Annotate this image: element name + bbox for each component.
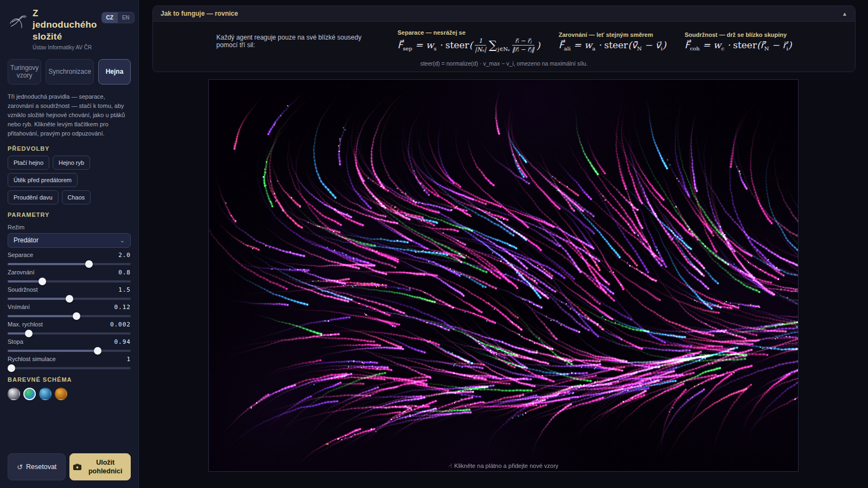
- equations-panel-title: Jak to funguje — rovnice: [161, 10, 238, 17]
- tab-flocking[interactable]: Hejna: [98, 59, 131, 85]
- preset-crowd-flow[interactable]: Proudění davu: [8, 190, 59, 204]
- slider-track[interactable]: [8, 367, 131, 369]
- equation-alignment: Zarovnání — leť stejným směrem F⃗ali = w…: [559, 31, 666, 52]
- slider-track[interactable]: [8, 280, 131, 282]
- action-buttons: ↺ Resetovat Uložit pohlednici: [8, 453, 131, 480]
- color-scheme-group: [8, 388, 131, 400]
- simulation-canvas[interactable]: [209, 80, 798, 471]
- equations-panel-header[interactable]: Jak to funguje — rovnice ▲: [153, 6, 855, 22]
- mode-tabs: Turingovy vzory Synchronizace Hejna: [8, 59, 131, 85]
- app-root: Z jednoduchého složité Ústav Informatiky…: [0, 0, 868, 488]
- slider-separation: Separace2.0: [8, 252, 131, 265]
- collapse-panel-icon[interactable]: ▲: [842, 11, 847, 17]
- slider-thumb[interactable]: [85, 260, 93, 268]
- save-postcard-button[interactable]: Uložit pohlednici: [69, 453, 131, 480]
- slider-label: Rychlost simulace: [8, 356, 56, 362]
- equation-formula: F⃗coh = wc · steer(r̄⃗N − r⃗i): [685, 40, 792, 52]
- swatch-amber[interactable]: [55, 388, 67, 400]
- tab-synchronization[interactable]: Synchronizace: [46, 59, 94, 85]
- slider-label: Stopa: [8, 338, 23, 345]
- slider-alignment: Zarovnání0.8: [8, 269, 131, 282]
- tab-description: Tři jednoduchá pravidla — separace, zaro…: [8, 92, 131, 138]
- slider-value: 1: [126, 356, 131, 363]
- chevron-down-icon: ⌄: [120, 237, 125, 244]
- app-subtitle: Ústav Informatiky AV ČR: [33, 44, 97, 50]
- logo-bird-icon: [8, 11, 28, 33]
- lang-cz-button[interactable]: CZ: [102, 12, 118, 23]
- tab-turing-patterns[interactable]: Turingovy vzory: [8, 59, 41, 85]
- swatch-grayscale[interactable]: [8, 388, 20, 400]
- simulation-canvas-container: ☝Klikněte na plátno a přidejte nové vzor…: [208, 79, 799, 472]
- reset-button[interactable]: ↺ Resetovat: [8, 453, 66, 480]
- brand-header: Z jednoduchého složité Ústav Informatiky…: [8, 8, 131, 50]
- slider-value: 0.002: [110, 321, 131, 328]
- slider-label: Soudržnost: [8, 286, 38, 293]
- canvas-hint: ☝Klikněte na plátno a přidejte nové vzor…: [209, 463, 798, 470]
- steer-definition-note: steer(d) = normalize(d) · v_max − v_i, o…: [153, 57, 855, 72]
- slider-label: Max. rychlost: [8, 321, 43, 328]
- slider-thumb[interactable]: [39, 278, 46, 285]
- slider-track[interactable]: [8, 332, 131, 335]
- mode-select-value: Predátor: [14, 236, 39, 244]
- equation-label: Zarovnání — leť stejným směrem: [559, 31, 666, 38]
- slider-cohesion: Soudržnost1.5: [8, 286, 131, 300]
- mode-select[interactable]: Predátor ⌄: [8, 233, 131, 248]
- app-title: Z jednoduchého složité: [33, 8, 97, 42]
- equations-body: Každý agent reaguje pouze na své blízké …: [153, 22, 855, 57]
- equation-cohesion: Soudržnost — drž se blízko skupiny F⃗coh…: [685, 31, 792, 52]
- language-toggle: CZ EN: [101, 12, 135, 23]
- slider-thumb[interactable]: [8, 364, 15, 372]
- slider-trail: Stopa0.94: [8, 338, 131, 352]
- equations-intro: Každý agent reaguje pouze na své blízké …: [216, 34, 379, 49]
- slider-label: Vnímání: [8, 304, 30, 310]
- slider-value: 2.0: [118, 252, 131, 259]
- slider-max-speed: Max. rychlost0.002: [8, 321, 131, 335]
- slider-value: 1.5: [118, 286, 131, 293]
- preset-bird-flock[interactable]: Ptačí hejno: [8, 156, 49, 170]
- slider-track[interactable]: [8, 263, 131, 265]
- equation-label: Soudržnost — drž se blízko skupiny: [685, 31, 792, 38]
- reset-icon: ↺: [17, 463, 23, 471]
- preset-fish-school[interactable]: Hejno ryb: [53, 156, 90, 170]
- main-area: Jak to funguje — rovnice ▲ Každý agent r…: [139, 0, 868, 488]
- presets-heading: PŘEDVOLBY: [8, 145, 131, 152]
- slider-track[interactable]: [8, 298, 131, 300]
- slider-thumb[interactable]: [66, 295, 73, 303]
- swatch-ocean-blue[interactable]: [39, 388, 52, 400]
- slider-sim-speed: Rychlost simulace1: [8, 356, 131, 369]
- sidebar: Z jednoduchého složité Ústav Informatiky…: [0, 0, 139, 488]
- lang-en-button[interactable]: EN: [118, 12, 134, 23]
- mode-label: Režim: [8, 224, 131, 230]
- equation-separation: Separace — nesrážej se F⃗sep = ws · stee…: [398, 29, 540, 54]
- slider-track[interactable]: [8, 315, 131, 317]
- parameters-heading: PARAMETRY: [8, 211, 131, 218]
- save-label: Uložit pohlednici: [84, 458, 127, 476]
- pointing-hand-icon: ☝: [449, 463, 452, 469]
- slider-track[interactable]: [8, 350, 131, 352]
- slider-label: Separace: [8, 252, 33, 258]
- slider-value: 0.12: [114, 304, 131, 311]
- slider-value: 0.8: [118, 269, 131, 276]
- presets-group: Ptačí hejno Hejno ryb Útěk před predátor…: [8, 156, 131, 204]
- slider-label: Zarovnání: [8, 269, 35, 275]
- reset-label: Resetovat: [26, 463, 56, 471]
- slider-thumb[interactable]: [73, 312, 80, 320]
- equation-formula: F⃗ali = wa · steer(v̄⃗N − v⃗i): [559, 40, 666, 52]
- camera-icon: [73, 464, 81, 470]
- swatch-spectral-green[interactable]: [23, 388, 36, 400]
- equation-formula: F⃗sep = ws · steer( 1|Nₛ| ∑j∈Nₛ r⃗ᵢ − r⃗…: [398, 37, 540, 54]
- equation-label: Separace — nesrážej se: [398, 29, 540, 36]
- color-scheme-heading: BAREVNÉ SCHÉMA: [8, 376, 131, 383]
- slider-value: 0.94: [114, 338, 131, 345]
- slider-thumb[interactable]: [25, 330, 33, 337]
- equations-panel: Jak to funguje — rovnice ▲ Každý agent r…: [152, 5, 856, 72]
- slider-thumb[interactable]: [94, 347, 101, 355]
- preset-predator-escape[interactable]: Útěk před predátorem: [8, 173, 78, 187]
- preset-chaos[interactable]: Chaos: [62, 190, 91, 204]
- slider-perception: Vnímání0.12: [8, 304, 131, 317]
